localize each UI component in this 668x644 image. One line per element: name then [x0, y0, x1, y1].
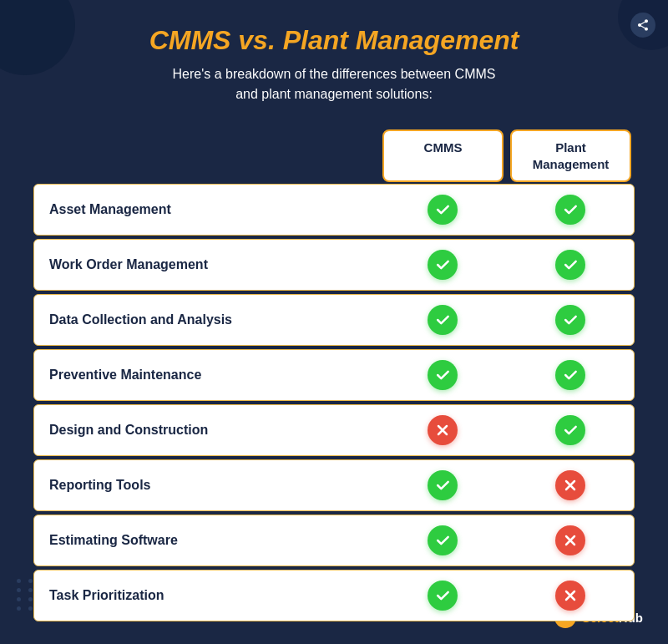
cell-design-cmms: [382, 407, 503, 454]
cross-icon: [555, 525, 585, 555]
row-label-datacollection: Data Collection and Analysis: [34, 301, 378, 339]
check-icon: [428, 525, 458, 555]
cross-icon: [555, 470, 585, 500]
cell-preventive-plant: [509, 352, 630, 398]
table-header: CMMS PlantManagement: [33, 129, 635, 182]
check-icon: [428, 250, 458, 280]
cell-datacollection-plant: [509, 297, 630, 343]
cell-reporting-cmms: [382, 462, 503, 509]
check-icon: [428, 305, 458, 335]
check-icon: [555, 195, 585, 225]
table-row: Task Prioritization: [33, 570, 635, 621]
table-row: Design and Construction: [33, 404, 635, 456]
header-spacer: [33, 129, 379, 182]
header-plant: PlantManagement: [510, 129, 631, 182]
row-label-task: Task Prioritization: [34, 576, 378, 615]
cell-workorder-cmms: [382, 241, 503, 288]
row-label-estimating: Estimating Software: [34, 521, 378, 560]
check-icon: [428, 195, 458, 225]
row-label-reporting: Reporting Tools: [34, 466, 378, 505]
cell-workorder-plant: [509, 241, 630, 288]
row-label-preventive: Preventive Maintenance: [34, 356, 378, 394]
comparison-table: CMMS PlantManagement Asset Management Wo…: [33, 129, 635, 621]
table-row: Asset Management: [33, 184, 635, 236]
table-row: Estimating Software: [33, 515, 635, 566]
check-icon: [428, 581, 458, 611]
cell-preventive-cmms: [382, 352, 503, 398]
cross-icon: [555, 581, 585, 611]
table-row: Reporting Tools: [33, 459, 635, 511]
check-icon: [555, 415, 585, 445]
cell-estimating-plant: [509, 517, 630, 564]
row-label-asset: Asset Management: [34, 190, 378, 229]
header-cmms: CMMS: [382, 129, 504, 182]
table-row: Preventive Maintenance: [33, 349, 635, 401]
cell-estimating-cmms: [382, 517, 503, 564]
check-icon: [555, 305, 585, 335]
table-row: Data Collection and Analysis: [33, 294, 635, 346]
check-icon: [428, 470, 458, 500]
cell-asset-plant: [509, 186, 630, 233]
check-icon: [555, 360, 585, 390]
page-subtitle: Here's a breakdown of the differences be…: [33, 64, 635, 104]
page-title: CMMS vs. Plant Management: [33, 25, 635, 56]
cell-asset-cmms: [382, 186, 503, 233]
main-container: CMMS vs. Plant Management Here's a break…: [0, 0, 668, 641]
check-icon: [555, 250, 585, 280]
check-icon: [428, 360, 458, 390]
cell-task-cmms: [382, 572, 503, 619]
table-row: Work Order Management: [33, 239, 635, 291]
row-label-workorder: Work Order Management: [34, 246, 378, 284]
row-label-design: Design and Construction: [34, 411, 378, 449]
cell-task-plant: [509, 572, 630, 619]
cross-icon: [428, 415, 458, 445]
cell-reporting-plant: [509, 462, 630, 509]
cell-design-plant: [509, 407, 630, 454]
cell-datacollection-cmms: [382, 297, 503, 343]
